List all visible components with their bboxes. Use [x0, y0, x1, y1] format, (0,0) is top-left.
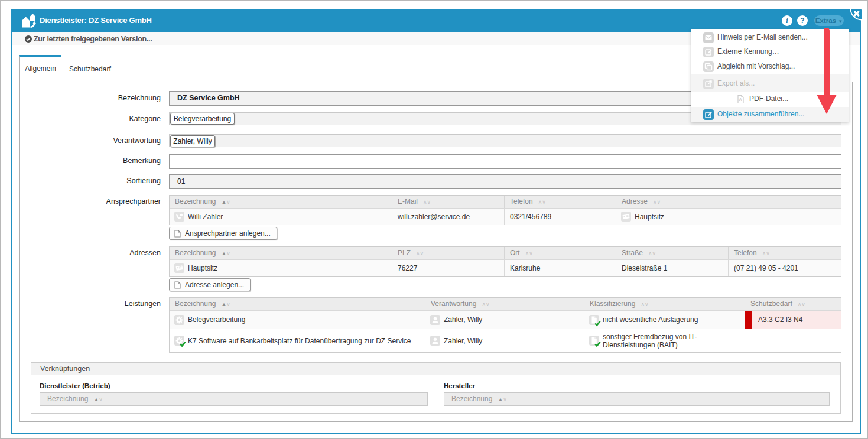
svg-text:A: A [739, 97, 742, 102]
